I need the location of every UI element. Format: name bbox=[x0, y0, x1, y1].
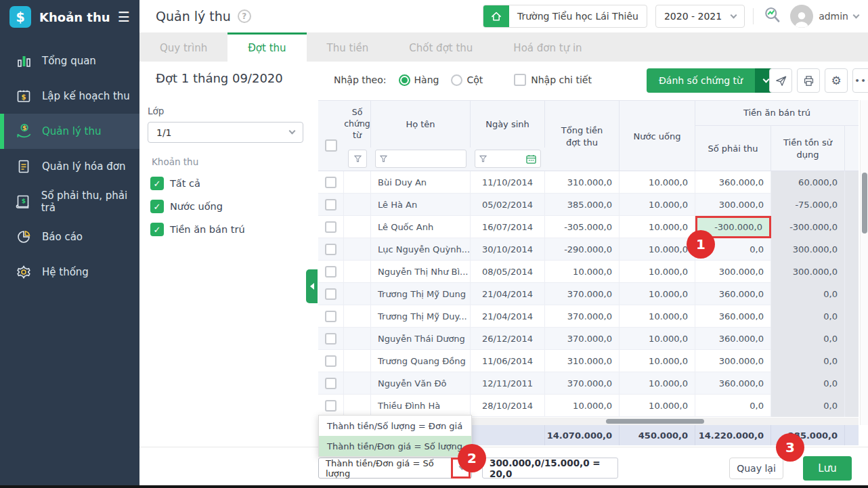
cell-water[interactable]: 10.000,0 bbox=[620, 261, 695, 283]
cell-remain[interactable]: -300.000,0 bbox=[771, 216, 845, 238]
back-button[interactable]: Quay lại bbox=[729, 458, 783, 479]
cell-water[interactable]: 10.000,0 bbox=[620, 194, 695, 216]
cell-dob[interactable]: 21/04/2014 bbox=[471, 305, 545, 328]
cell-water[interactable]: 10.000,0 bbox=[620, 305, 695, 328]
cell-water[interactable]: 10.000,0 bbox=[620, 216, 695, 238]
cell-doc-no[interactable] bbox=[344, 372, 371, 395]
vertical-scrollbar-thumb[interactable] bbox=[862, 173, 867, 234]
cell-total[interactable]: 370.000,0 bbox=[545, 328, 620, 350]
row-checkbox[interactable] bbox=[325, 266, 337, 278]
row-checkbox[interactable] bbox=[325, 355, 337, 367]
row-checkbox[interactable] bbox=[325, 221, 337, 233]
row-checkbox[interactable] bbox=[325, 311, 337, 322]
cell-doc-no[interactable] bbox=[344, 261, 371, 283]
horizontal-scrollbar-thumb[interactable] bbox=[606, 419, 704, 424]
cell-due[interactable]: 300.000,0 bbox=[695, 350, 771, 372]
cell-name[interactable]: Trương Quang Đồng bbox=[371, 350, 471, 372]
sidebar-item-6[interactable]: Hệ thống bbox=[0, 254, 139, 290]
fee-checkbox-1[interactable]: ✓Nước uống bbox=[150, 200, 313, 213]
cell-doc-no[interactable] bbox=[344, 283, 371, 305]
school-year-dropdown[interactable]: 2020 - 2021 bbox=[655, 5, 745, 28]
tab-1[interactable]: Đợt thu bbox=[227, 32, 306, 62]
cell-remain[interactable]: 60.000,0 bbox=[771, 171, 845, 194]
cell-remain[interactable]: -75.000,0 bbox=[771, 194, 845, 216]
cell-name[interactable]: Lục Nguyễn Quỳnh... bbox=[371, 238, 471, 261]
cell-due[interactable]: 360.000,0 bbox=[695, 372, 771, 395]
sidebar-item-2[interactable]: $Quản lý thu bbox=[0, 114, 139, 149]
more-button[interactable]: ••• bbox=[852, 68, 868, 93]
cell-remain[interactable]: 0,0 bbox=[771, 395, 845, 417]
settings-button[interactable]: ⚙ bbox=[825, 68, 848, 93]
cell-due[interactable]: 300.000,0 bbox=[695, 194, 771, 216]
cell-dob[interactable]: 11/10/2014 bbox=[471, 171, 545, 194]
radio-column[interactable]: Cột bbox=[451, 74, 483, 86]
school-selector[interactable]: Trường Tiểu học Lái Thiêu bbox=[483, 5, 647, 28]
cell-remain[interactable]: 300.000,0 bbox=[771, 238, 845, 261]
cell-dob[interactable]: 12/11/2011 bbox=[471, 372, 545, 395]
cell-dob[interactable]: 08/05/2014 bbox=[471, 261, 545, 283]
cell-name[interactable]: Lê Quốc Anh bbox=[371, 216, 471, 238]
tab-3[interactable]: Chốt đợt thu bbox=[389, 32, 493, 62]
class-dropdown[interactable]: 1/1 bbox=[148, 122, 303, 143]
cell-doc-no[interactable] bbox=[344, 216, 371, 238]
lookup-icon[interactable] bbox=[762, 5, 782, 28]
fee-checkbox-0[interactable]: ✓Tất cả bbox=[150, 177, 313, 190]
cell-doc-no[interactable] bbox=[344, 194, 371, 216]
cell-water[interactable]: 10.000,0 bbox=[620, 283, 695, 305]
cell-total[interactable]: 310.000,0 bbox=[545, 350, 620, 372]
cell-water[interactable]: 10.000,0 bbox=[620, 171, 695, 194]
cell-doc-no[interactable] bbox=[344, 395, 371, 417]
cell-name[interactable]: Nguyễn Văn Đô bbox=[371, 372, 471, 395]
cell-name[interactable]: Nguyễn Thái Dương bbox=[371, 328, 471, 350]
dob-filter-input[interactable] bbox=[475, 150, 541, 168]
row-checkbox[interactable] bbox=[325, 333, 337, 345]
cell-remain[interactable]: 0,0 bbox=[771, 372, 845, 395]
cell-remain[interactable]: 0,0 bbox=[771, 328, 845, 350]
row-checkbox[interactable] bbox=[325, 288, 337, 300]
formula-mode-select[interactable]: Thành tiền/Đơn giá = Số lượng bbox=[318, 458, 472, 479]
cell-name[interactable]: Trương Thị Mỹ Duy... bbox=[371, 305, 471, 328]
formula-menu-item-0[interactable]: Thành tiền/Số lượng = Đơn giá bbox=[319, 416, 471, 436]
cell-name[interactable]: Nguyễn Thị Như Bì... bbox=[371, 261, 471, 283]
row-checkbox[interactable] bbox=[325, 378, 337, 389]
row-checkbox[interactable] bbox=[325, 244, 337, 255]
tab-4[interactable]: Hoá đơn tự in bbox=[493, 32, 602, 62]
cell-total[interactable]: 370.000,0 bbox=[545, 305, 620, 328]
cell-name[interactable]: Thiều Đình Hà bbox=[371, 395, 471, 417]
cell-remain[interactable]: 0,0 bbox=[771, 283, 845, 305]
detail-checkbox[interactable]: Nhập chi tiết bbox=[514, 74, 592, 86]
send-button[interactable] bbox=[769, 68, 792, 93]
doc-no-filter[interactable] bbox=[348, 150, 367, 168]
cell-name[interactable]: Bùi Duy An bbox=[371, 171, 471, 194]
cell-total[interactable]: 370.000,0 bbox=[545, 372, 620, 395]
cell-dob[interactable]: 16/07/2014 bbox=[471, 216, 545, 238]
sidebar-item-3[interactable]: Quản lý hóa đơn bbox=[0, 149, 139, 184]
cell-dob[interactable]: 11/06/2014 bbox=[471, 350, 545, 372]
help-icon[interactable]: ? bbox=[238, 9, 251, 23]
cell-water[interactable]: 10.000,0 bbox=[620, 328, 695, 350]
cell-total[interactable]: 10.000,0 bbox=[545, 261, 620, 283]
name-filter-input[interactable] bbox=[375, 150, 466, 168]
cell-due[interactable]: 360.000,0 bbox=[695, 171, 771, 194]
cell-doc-no[interactable] bbox=[344, 350, 371, 372]
print-button[interactable] bbox=[797, 68, 820, 93]
cell-remain[interactable]: 0,0 bbox=[771, 350, 845, 372]
hamburger-menu-icon[interactable]: ☰ bbox=[118, 9, 130, 25]
sidebar-item-4[interactable]: $Sổ phải thu, phải trả bbox=[0, 184, 139, 219]
row-checkbox[interactable] bbox=[325, 177, 337, 188]
sidebar-item-5[interactable]: Báo cáo bbox=[0, 219, 139, 254]
cell-doc-no[interactable] bbox=[344, 238, 371, 261]
cell-due[interactable]: 360.000,0 bbox=[695, 328, 771, 350]
cell-doc-no[interactable] bbox=[344, 171, 371, 194]
cell-total[interactable]: 385.000,0 bbox=[545, 194, 620, 216]
cell-total[interactable]: -290.000,0 bbox=[545, 238, 620, 261]
tab-0[interactable]: Quy trình bbox=[139, 32, 227, 62]
sidebar-item-1[interactable]: $Lập kế hoạch thu bbox=[0, 79, 139, 114]
cell-dob[interactable]: 05/02/2014 bbox=[471, 194, 545, 216]
cell-dob[interactable]: 26/12/2014 bbox=[471, 328, 545, 350]
cell-doc-no[interactable] bbox=[344, 305, 371, 328]
cell-water[interactable]: 10.000,0 bbox=[620, 395, 695, 417]
cell-water[interactable]: 10.000,0 bbox=[620, 372, 695, 395]
cell-remain[interactable]: 300.000,0 bbox=[771, 261, 845, 283]
number-documents-button[interactable]: Đánh số chứng từ bbox=[647, 68, 778, 93]
